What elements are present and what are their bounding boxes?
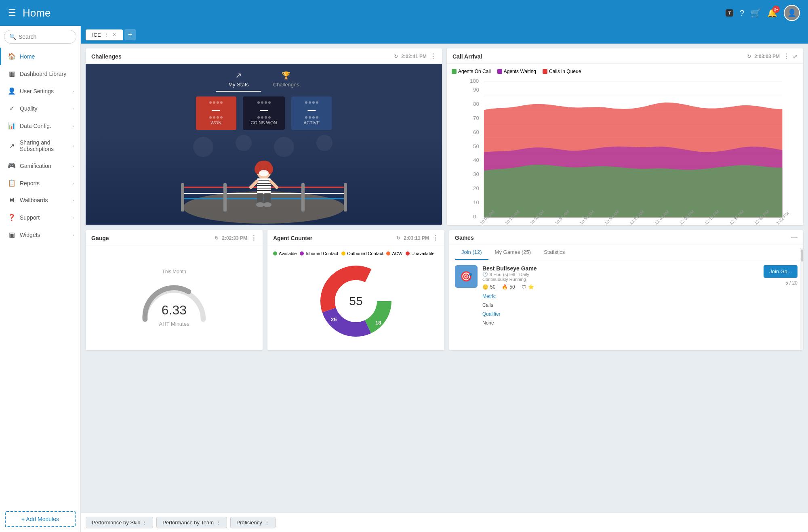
sidebar-item-wallboards[interactable]: 🖥 Wallboards › [0,192,80,209]
call-arrival-refresh-icon[interactable]: ↻ [747,54,751,59]
dot-acw [386,251,390,256]
sidebar-item-home[interactable]: 🏠 Home [0,48,80,65]
coins-value: — [251,105,277,115]
challenges-body: ↗ My Stats 🏆 Challenges [86,64,442,225]
bottom-tab-menu-proficiency[interactable]: ⋮ [265,520,269,526]
call-arrival-widget: Call Arrival ↻ 2:03:03 PM ⋮ ⤢ Agents On … [447,48,803,225]
games-tab-join[interactable]: Join (12) [455,245,488,260]
legend-agents-on-call: Agents On Call [452,69,491,74]
agent-counter-menu-icon[interactable]: ⋮ [432,234,439,242]
sidebar-item-user-settings[interactable]: 👤 User Settings › [0,82,80,100]
won-value: — [204,105,228,115]
search-input[interactable] [19,34,71,40]
sidebar-item-data-config[interactable]: 📊 Data Config. › [0,117,80,134]
sidebar-label-dashboard-library: Dashboard Library [20,71,74,77]
search-box[interactable]: 🔍 [4,30,76,44]
games-tab-my-games[interactable]: My Games (25) [488,245,538,260]
shield-icon: 🛡 [522,284,526,290]
avatar[interactable]: 👤 [784,5,800,21]
svg-rect-10 [223,183,227,212]
sidebar-label-home: Home [20,53,74,60]
legend-dot-purple [497,69,502,74]
grid-row-1: Challenges ↻ 2:02:41 PM ⋮ ↗ My Stats [86,48,803,225]
support-icon: ❓ [8,214,16,221]
games-tab-statistics[interactable]: Statistics [537,245,571,260]
donut-chart-svg: 12 18 25 55 [316,261,396,341]
tab-ice[interactable]: ICE ⋮ ✕ [86,29,123,40]
segment-label-unavailable: 25 [331,316,337,323]
gauge-widget: Gauge ↻ 2:02:33 PM ⋮ This Month [86,230,263,350]
tab-menu-icon[interactable]: ⋮ [104,32,109,38]
sidebar-item-widgets[interactable]: ▣ Widgets › [0,226,80,243]
call-arrival-title: Call Arrival [452,53,482,60]
tab-close-icon[interactable]: ✕ [112,32,116,38]
svg-text:70: 70 [473,115,479,121]
game-name-bullseye: Best Bullseye Game [482,265,759,272]
sidebar-item-support[interactable]: ❓ Support › [0,209,80,226]
bottom-tab-menu-team[interactable]: ⋮ [216,520,221,526]
game-item-bullseye: 🎯 Best Bullseye Game 🕐 9 Hour(s) left - … [455,265,797,326]
coin-icon-1: 🪙 [482,284,488,290]
challenges-tab[interactable]: 🏆 Challenges [261,68,311,92]
hamburger-icon[interactable]: ☰ [8,8,16,18]
grid-row-2: Gauge ↻ 2:02:33 PM ⋮ This Month [86,230,803,350]
my-stats-tab[interactable]: ↗ My Stats [216,68,261,92]
game-row-qualifier-val: None [482,319,759,326]
bottom-tab-performance-team[interactable]: Performance by Team ⋮ [156,517,227,528]
active-stat-box: — ACTIVE [291,96,332,130]
challenges-tab-label: Challenges [273,82,299,88]
sidebar-label-gamification: Gamification [20,163,68,169]
bottom-tab-bar: Performance by Skill ⋮ Performance by Te… [81,513,808,532]
game-time-left: 9 Hour(s) left - Daily [490,272,529,277]
segment-label-inbound: 18 [375,320,381,326]
call-arrival-expand-icon[interactable]: ⤢ [793,53,797,60]
challenges-refresh-icon[interactable]: ↻ [394,54,398,59]
active-label: ACTIVE [299,120,324,125]
game-stat-coins2: 🔥 50 [502,284,515,290]
home-icon: 🏠 [8,52,16,60]
agent-counter-title: Agent Counter [273,235,312,241]
bottom-tab-menu-skill[interactable]: ⋮ [142,520,147,526]
sidebar-item-reports[interactable]: 📋 Reports › [0,174,80,192]
chevron-icon-widgets: › [72,232,74,237]
gauge-header: Gauge ↻ 2:02:33 PM ⋮ [86,230,263,245]
tab-bar: ICE ⋮ ✕ + [81,26,808,44]
qualifier-label: Qualifier [482,311,501,317]
games-scrollbar[interactable] [800,248,803,350]
svg-point-26 [263,202,271,207]
game-rows-bullseye: Metric Calls Qualifier Non [482,292,759,326]
sidebar-item-sharing[interactable]: ↗ Sharing and Subscriptions › [0,134,80,157]
chevron-icon-quality: › [72,106,74,111]
gauge-menu-icon[interactable]: ⋮ [250,234,257,242]
agent-counter-header: Agent Counter ↻ 2:03:11 PM ⋮ [267,230,444,245]
add-modules-button[interactable]: + Add Modules [5,511,76,527]
gauge-title: Gauge [91,235,109,241]
sidebar-item-dashboard-library[interactable]: ▦ Dashboard Library [0,65,80,82]
boxing-ring-svg [86,135,442,224]
help-icon[interactable]: ? [740,8,744,18]
svg-point-16 [259,170,269,176]
cart-icon[interactable]: 🛒 [751,8,761,18]
quality-icon: ✓ [8,105,16,112]
sidebar-item-gamification[interactable]: 🎮 Gamification › [0,157,80,174]
chevron-icon-sharing: › [72,143,74,148]
games-menu-icon[interactable]: — [791,234,797,241]
chart-legend: Agents On Call Agents Waiting Calls In Q… [452,69,798,74]
tab-add-button[interactable]: + [124,29,136,40]
call-arrival-menu-icon[interactable]: ⋮ [783,52,789,60]
chevron-icon-data-config: › [72,124,74,128]
challenges-menu-icon[interactable]: ⋮ [430,52,436,60]
legend-label-agents-waiting: Agents Waiting [504,69,536,74]
sidebar-item-quality[interactable]: ✓ Quality › [0,100,80,117]
dot-outbound [341,251,345,256]
join-game-button[interactable]: Join Ga... [764,265,797,278]
svg-point-3 [316,135,332,151]
agent-counter-refresh-icon[interactable]: ↻ [396,235,400,241]
coins2-value: 50 [509,284,515,290]
challenges-tabs: ↗ My Stats 🏆 Challenges [86,64,442,92]
bottom-tab-proficiency[interactable]: Proficiency ⋮ [230,517,276,528]
bottom-tab-performance-skill[interactable]: Performance by Skill ⋮ [86,517,153,528]
dot-inbound [300,251,304,256]
challenges-time: 2:02:41 PM [401,54,427,59]
gauge-refresh-icon[interactable]: ↻ [215,235,219,241]
